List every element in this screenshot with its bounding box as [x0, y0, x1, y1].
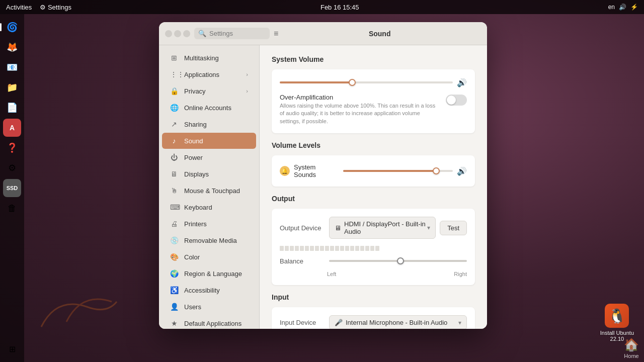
search-input[interactable] — [209, 30, 266, 37]
input-device-inner: 🎤 Internal Microphone - Built-in Audio — [335, 319, 447, 326]
balance-track — [329, 260, 467, 262]
sidebar-item-online-accounts[interactable]: 🌐 Online Accounts — [162, 100, 256, 116]
sidebar-item-sound[interactable]: ♪ Sound — [162, 133, 256, 149]
system-volume-card: 🔊 Over-Amplification Allows raising the … — [272, 69, 475, 133]
sidebar-label-applications: Applications — [184, 71, 219, 78]
system-volume-slider[interactable] — [280, 77, 453, 87]
test-button[interactable]: Test — [440, 221, 467, 235]
sidebar-item-accessibility[interactable]: ♿ Accessibility — [162, 282, 256, 298]
menu-button[interactable]: ≡ — [274, 29, 278, 38]
balance-labels: Left Right — [280, 271, 467, 277]
sidebar-label-sharing: Sharing — [184, 121, 207, 128]
level-bar-16 — [355, 246, 359, 251]
close-button[interactable]: ✕ — [183, 30, 190, 37]
color-icon: 🎨 — [170, 253, 178, 261]
minimize-button[interactable]: ─ — [165, 30, 172, 37]
system-volume-fill — [280, 81, 352, 83]
over-amplification-row: Over-Amplification Allows raising the vo… — [280, 94, 467, 125]
system-volume-row: 🔊 — [280, 77, 467, 87]
sidebar-label-keyboard: Keyboard — [184, 204, 212, 211]
install-ubuntu-button[interactable]: 🐧 Install Ubuntu22.10 — [600, 304, 634, 342]
window-body: ⊞ Multitasking ⋮⋮ Applications › 🔒 Priva… — [159, 45, 487, 329]
dock-icon-appstore[interactable]: A — [3, 119, 21, 137]
system-sounds-slider[interactable] — [343, 166, 453, 176]
input-card: Input Device 🎤 Internal Microphone - Bui… — [272, 307, 475, 329]
sidebar-label-privacy: Privacy — [184, 87, 206, 95]
dock: 🌀 🦊 📧 📁 📄 A ❓ ⚙ SSD 🗑 ⊞ — [0, 14, 24, 362]
input-chevron-icon: ▾ — [458, 319, 461, 326]
topbar-lang[interactable]: en — [608, 4, 615, 11]
activities-button[interactable]: Activities — [6, 4, 32, 11]
sidebar-item-privacy[interactable]: 🔒 Privacy › — [162, 83, 256, 99]
system-volume-track — [280, 81, 453, 83]
system-sounds-track — [343, 170, 453, 172]
sidebar-label-multitasking: Multitasking — [184, 54, 219, 62]
level-bar-12 — [335, 246, 339, 251]
sidebar-item-multitasking[interactable]: ⊞ Multitasking — [162, 50, 256, 66]
dock-icon-system[interactable]: 🌀 — [3, 18, 21, 36]
level-bar-8 — [315, 246, 319, 251]
output-device-row: Output Device 🖥 HDMI / DisplayPort - Bui… — [280, 217, 467, 239]
system-volume-thumb[interactable] — [349, 79, 356, 86]
volume-levels-title: Volume Levels — [272, 141, 475, 149]
sidebar-label-mouse-touchpad: Mouse & Touchpad — [184, 187, 240, 195]
dock-icon-ssd[interactable]: SSD — [3, 179, 21, 197]
sidebar-label-online-accounts: Online Accounts — [184, 104, 231, 112]
settings-window: ─ □ ✕ 🔍 ≡ Sound ⊞ Multitasking ⋮⋮ Applic… — [159, 22, 487, 329]
topbar-power-icon[interactable]: ⚡ — [630, 4, 638, 11]
over-amplification-info: Over-Amplification Allows raising the vo… — [280, 94, 438, 125]
sidebar-item-power[interactable]: ⏻ Power — [162, 149, 256, 165]
balance-row: Balance Left Right — [280, 256, 467, 277]
sidebar-label-sound: Sound — [184, 137, 203, 145]
users-icon: 👤 — [170, 303, 178, 311]
sidebar-item-printers[interactable]: 🖨 Printers — [162, 216, 256, 232]
dock-icon-firefox[interactable]: 🦊 — [3, 38, 21, 56]
balance-thumb[interactable] — [397, 257, 404, 264]
dock-icon-grid[interactable]: ⊞ — [3, 340, 21, 358]
sound-icon: ♪ — [170, 137, 178, 145]
sidebar-item-applications[interactable]: ⋮⋮ Applications › — [162, 66, 256, 82]
sidebar-item-region-language[interactable]: 🌍 Region & Language — [162, 265, 256, 282]
output-device-inner: 🖥 HDMI / DisplayPort - Built-in Audio — [335, 220, 427, 235]
region-icon: 🌍 — [170, 269, 178, 278]
over-amplification-toggle[interactable] — [446, 95, 467, 106]
system-sounds-vol-icon[interactable]: 🔊 — [457, 166, 467, 176]
output-device-select[interactable]: 🖥 HDMI / DisplayPort - Built-in Audio ▾ — [329, 217, 436, 239]
window-titlebar: ─ □ ✕ 🔍 ≡ Sound — [159, 22, 487, 45]
input-device-select[interactable]: 🎤 Internal Microphone - Built-in Audio ▾ — [329, 315, 467, 329]
dock-icon-settings[interactable]: ⚙ — [3, 159, 21, 177]
window-title: Sound — [278, 30, 481, 38]
sidebar-label-removable-media: Removable Media — [184, 237, 237, 244]
sidebar-item-removable-media[interactable]: 💿 Removable Media — [162, 232, 256, 248]
displays-icon: 🖥 — [170, 170, 178, 178]
applications-icon: ⋮⋮ — [170, 70, 178, 78]
sidebar-item-mouse-touchpad[interactable]: 🖱 Mouse & Touchpad — [162, 183, 256, 199]
system-sounds-thumb[interactable] — [433, 167, 440, 174]
home-label: Home — [624, 353, 638, 359]
balance-right-label: Right — [454, 271, 467, 277]
topbar-volume-icon[interactable]: 🔊 — [619, 4, 626, 11]
home-button[interactable]: 🏠 Home — [624, 338, 639, 362]
dock-icon-docs[interactable]: 📄 — [3, 99, 21, 117]
system-volume-icon[interactable]: 🔊 — [457, 78, 467, 87]
balance-slider[interactable] — [329, 256, 467, 266]
over-amplification-desc: Allows raising the volume above 100%. Th… — [280, 102, 438, 125]
level-bar-5 — [300, 246, 304, 251]
privacy-icon: 🔒 — [170, 87, 178, 95]
sidebar-item-displays[interactable]: 🖥 Displays — [162, 166, 256, 182]
level-bar-1 — [280, 246, 284, 251]
dock-icon-trash[interactable]: 🗑 — [3, 199, 21, 217]
sidebar-label-color: Color — [184, 253, 200, 261]
sidebar-item-sharing[interactable]: ↗ Sharing — [162, 116, 256, 132]
dock-icon-files[interactable]: 📁 — [3, 78, 21, 97]
system-sounds-fill — [343, 170, 436, 172]
sidebar-item-users[interactable]: 👤 Users — [162, 299, 256, 315]
install-ubuntu-icon: 🐧 — [605, 304, 629, 328]
sidebar-item-color[interactable]: 🎨 Color — [162, 249, 256, 265]
sidebar: ⊞ Multitasking ⋮⋮ Applications › 🔒 Priva… — [159, 45, 260, 329]
sidebar-item-keyboard[interactable]: ⌨ Keyboard — [162, 199, 256, 215]
maximize-button[interactable]: □ — [174, 30, 181, 37]
dock-icon-mail[interactable]: 📧 — [3, 58, 21, 76]
dock-icon-help[interactable]: ❓ — [3, 139, 21, 157]
sidebar-item-default-applications[interactable]: ★ Default Applications — [162, 315, 256, 329]
